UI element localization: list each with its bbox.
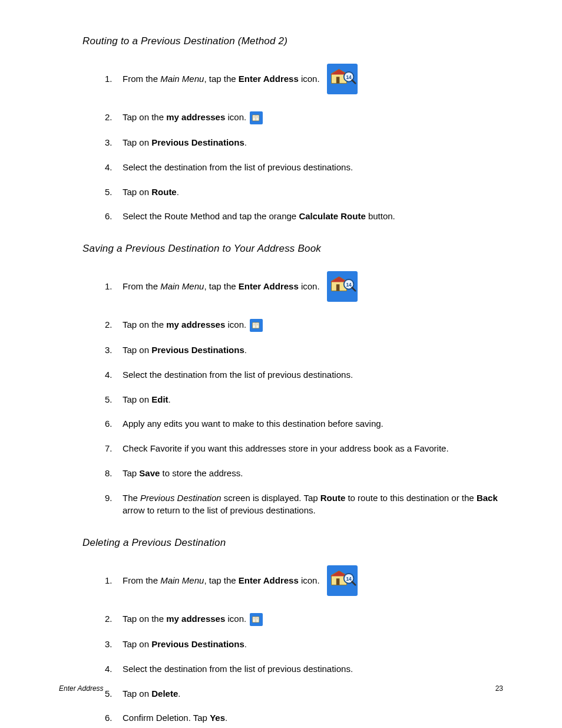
step-text: From the Main Menu, tap the Enter Addres… [123,574,320,587]
svg-text:14: 14 [346,282,352,288]
step-item: 9.The Previous Destination screen is dis… [59,492,503,518]
step-number: 6. [105,210,113,223]
step-text: Select the Route Method and tap the oran… [123,211,395,221]
step-text: Tap Save to store the address. [123,468,243,478]
step-item: 2.Tap on the my addresses icon. [59,612,503,626]
step-item: 1.From the Main Menu, tap the Enter Addr… [59,64,503,94]
enter-address-icon: 14 [327,64,358,94]
step-item: 3.Tap on Previous Destinations. [59,638,503,651]
step-item: 6.Apply any edits you want to make to th… [59,417,503,430]
svg-text:14: 14 [346,74,352,80]
svg-line-17 [352,288,355,291]
step-number: 6. [105,417,113,430]
step-item: 5.Tap on Route. [59,186,503,199]
step-number: 6. [105,711,113,724]
step-item: 5.Tap on Edit. [59,393,503,406]
my-addresses-icon [250,613,263,626]
step-text: Select the destination from the list of … [123,162,353,172]
step-list: 1.From the Main Menu, tap the Enter Addr… [59,64,503,223]
step-item: 6.Confirm Deletion. Tap Yes. [59,711,503,724]
step-text: The Previous Destination screen is displ… [123,493,498,516]
section-heading: Routing to a Previous Destination (Metho… [82,35,503,47]
step-text: Apply any edits you want to make to this… [123,419,384,429]
svg-text:14: 14 [346,576,352,582]
step-item: 2.Tap on the my addresses icon. [59,318,503,332]
step-text: From the Main Menu, tap the Enter Addres… [123,73,320,85]
step-item: 2.Tap on the my addresses icon. [59,111,503,124]
step-text: Confirm Deletion. Tap Yes. [123,713,227,723]
step-item: 8.Tap Save to store the address. [59,467,503,480]
svg-line-5 [352,80,355,84]
step-number: 9. [105,492,113,505]
step-item: 1.From the Main Menu, tap the Enter Addr… [59,271,503,302]
step-number: 2. [105,612,113,625]
step-text: Tap on Previous Destinations. [123,345,247,355]
step-number: 2. [105,111,113,124]
step-text: Tap on Route. [123,187,179,197]
svg-rect-2 [336,77,339,83]
step-number: 3. [105,136,113,149]
section-heading: Saving a Previous Destination to Your Ad… [82,243,503,255]
svg-line-29 [352,582,355,585]
step-list: 1.From the Main Menu, tap the Enter Addr… [59,565,503,728]
step-text: Select the destination from the list of … [123,370,353,380]
step-text: Tap on the my addresses icon. [123,112,246,122]
my-addresses-icon [250,111,263,124]
step-item: 1.From the Main Menu, tap the Enter Addr… [59,565,503,596]
step-number: 1. [105,280,113,293]
step-number: 7. [105,442,113,455]
step-item: 4.Select the destination from the list o… [59,161,503,174]
step-item: 4.Select the destination from the list o… [59,368,503,381]
step-item: 6.Select the Route Method and tap the or… [59,210,503,223]
section-heading: Deleting a Previous Destination [82,537,503,549]
step-number: 3. [105,344,113,357]
step-number: 4. [105,663,113,676]
my-addresses-icon [250,319,263,332]
page-footer: Enter Address 23 [59,684,503,693]
page-content: Routing to a Previous Destination (Metho… [0,0,562,728]
step-item: 3.Tap on Previous Destinations. [59,136,503,149]
step-number: 1. [105,574,113,587]
step-number: 5. [105,393,113,406]
footer-section-name: Enter Address [59,684,104,693]
step-text: Tap on Edit. [123,394,171,404]
enter-address-icon: 14 [327,565,358,596]
step-text: Select the destination from the list of … [123,664,353,674]
step-text: Tap on the my addresses icon. [123,319,246,330]
footer-page-number: 23 [495,684,503,693]
step-list: 1.From the Main Menu, tap the Enter Addr… [59,271,503,517]
step-text: Tap on Previous Destinations. [123,137,247,147]
svg-rect-26 [336,578,339,585]
step-number: 4. [105,368,113,381]
step-text: Tap on the my addresses icon. [123,614,246,624]
step-item: 7.Check Favorite if you want this addres… [59,442,503,455]
step-number: 8. [105,467,113,480]
step-number: 2. [105,318,113,331]
step-number: 1. [105,73,113,85]
step-text: Tap on Previous Destinations. [123,639,247,649]
step-text: Check Favorite if you want this addresse… [123,443,449,453]
step-number: 4. [105,161,113,174]
step-item: 4.Select the destination from the list o… [59,663,503,676]
step-number: 3. [105,638,113,651]
step-item: 3.Tap on Previous Destinations. [59,344,503,357]
svg-rect-14 [336,284,339,291]
step-text: From the Main Menu, tap the Enter Addres… [123,280,320,293]
step-number: 5. [105,186,113,199]
enter-address-icon: 14 [327,271,358,302]
